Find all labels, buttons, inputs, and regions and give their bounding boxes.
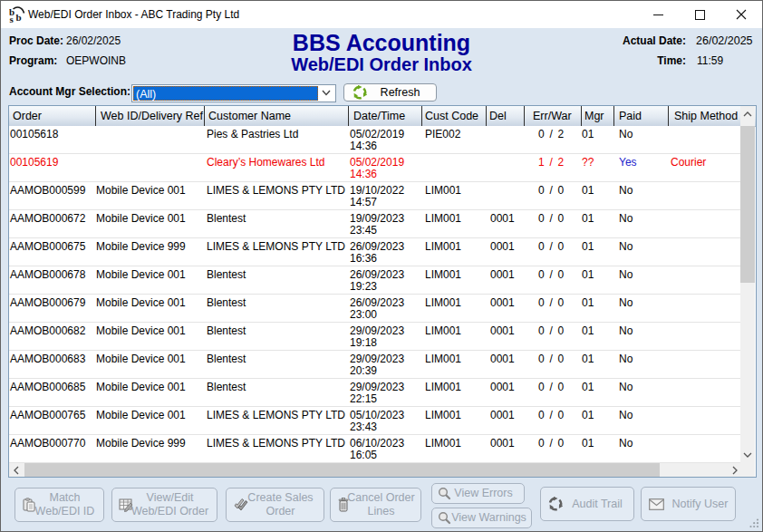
svg-text:b: b: [16, 12, 22, 23]
svg-text:s: s: [10, 14, 14, 24]
